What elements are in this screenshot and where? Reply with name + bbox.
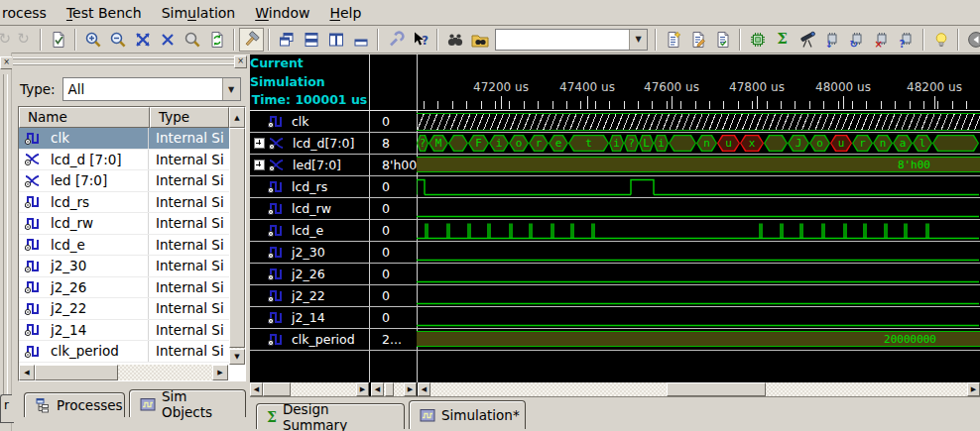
sim-object-row-lcd_rs[interactable]: lcd_rsInternal Si xyxy=(19,192,229,214)
binoculars-icon[interactable] xyxy=(442,28,467,52)
wave-plot[interactable] xyxy=(417,111,980,132)
waveform-row-j2_14[interactable]: j2_140 xyxy=(250,307,980,329)
scrollbar-thumb[interactable] xyxy=(229,128,245,348)
search-combobox-value[interactable] xyxy=(496,30,629,50)
wave-plot[interactable] xyxy=(417,242,980,263)
waveform-row-lcd_e[interactable]: lcd_e0 xyxy=(250,220,980,242)
scroll-up-icon[interactable]: ▲ xyxy=(229,107,245,128)
cascade-windows-icon[interactable] xyxy=(274,28,299,52)
close-icon[interactable]: × xyxy=(234,55,247,68)
vertical-scrollbar[interactable]: ▼ xyxy=(229,128,245,365)
refresh-document-icon[interactable] xyxy=(204,28,229,52)
scrollbar-thumb[interactable] xyxy=(35,365,118,380)
zoom-full-x-icon[interactable] xyxy=(130,28,155,52)
sim-object-row-lcd_rw[interactable]: lcd_rwInternal Si xyxy=(19,213,229,235)
search-combobox[interactable]: ▼ xyxy=(495,29,648,51)
tab-processes[interactable]: Processes xyxy=(24,392,125,417)
zoom-area-x-icon[interactable] xyxy=(155,28,180,52)
menu-item-test-bench[interactable]: Test Bench xyxy=(57,3,152,23)
waveform-row-clk_period[interactable]: clk_period2...20000000 xyxy=(250,329,980,351)
check-document-icon[interactable] xyxy=(46,28,70,52)
menu-item-help[interactable]: Help xyxy=(319,3,371,23)
sim-object-row-lcd_d70[interactable]: lcd_d [7:0]Internal Si xyxy=(19,150,229,171)
scroll-right-icon[interactable]: ▶ xyxy=(404,382,417,396)
help-pointer-icon[interactable]: ? xyxy=(408,28,432,52)
chip-question-icon[interactable]: ? xyxy=(894,28,919,52)
horizontal-scrollbar[interactable]: ◀▶ xyxy=(19,365,228,380)
wave-plot[interactable]: 20000000 xyxy=(417,329,980,350)
type-dropdown[interactable]: All ▼ xyxy=(62,77,241,101)
sim-object-row-j2_22[interactable]: j2_22Internal Si xyxy=(19,298,229,320)
scrollbar-thumb[interactable] xyxy=(263,382,291,396)
tab-design-summary[interactable]: ΣDesign Summary xyxy=(256,403,405,429)
circular-arrow-icon[interactable]: ↻ xyxy=(11,28,36,52)
sim-object-row-clk[interactable]: clkInternal Si xyxy=(19,128,229,150)
sim-object-row-clk_period[interactable]: clk_periodInternal Si xyxy=(19,341,229,363)
menu-item-rocess[interactable]: rocess xyxy=(0,3,57,23)
scroll-right-icon[interactable]: ▶ xyxy=(212,365,228,380)
wrench-icon[interactable] xyxy=(383,28,408,52)
tab-sim-objects[interactable]: Sim Objects xyxy=(129,389,246,417)
magnifier-gray-icon[interactable] xyxy=(180,28,204,52)
sim-object-row-j2_30[interactable]: j2_30Internal Si xyxy=(19,256,229,277)
new-document-icon[interactable] xyxy=(661,28,685,52)
chevron-down-icon[interactable]: ▼ xyxy=(222,78,240,100)
view-document-icon[interactable] xyxy=(710,28,735,52)
panel-grip[interactable] xyxy=(13,55,245,66)
hammer-icon[interactable] xyxy=(239,28,264,52)
scroll-left-icon[interactable]: ◀ xyxy=(19,365,35,380)
tab-simulation-[interactable]: Simulation* xyxy=(409,400,526,429)
waveform-row-lcd_rw[interactable]: lcd_rw0 xyxy=(250,198,980,220)
arrange-window-icon[interactable] xyxy=(348,28,373,52)
zoom-in-icon[interactable] xyxy=(80,28,105,52)
wave-plot[interactable] xyxy=(417,176,980,197)
sim-object-row-j2_26[interactable]: j2_26Internal Si xyxy=(19,277,229,299)
wave-plot[interactable] xyxy=(417,198,980,219)
waveform-row-j2_22[interactable]: j2_220 xyxy=(250,285,980,307)
column-header-name[interactable]: Name xyxy=(19,107,150,128)
scroll-right-icon[interactable]: ▶ xyxy=(356,382,369,396)
zoom-out-icon[interactable] xyxy=(105,28,130,52)
wave-plot[interactable] xyxy=(417,264,980,284)
scroll-right-icon[interactable]: ▶ xyxy=(967,382,980,396)
sim-object-row-lcd_e[interactable]: lcd_eInternal Si xyxy=(19,235,229,257)
waveform-row-clk[interactable]: clk0 xyxy=(250,111,980,133)
tile-horizontal-icon[interactable] xyxy=(299,28,323,52)
waveform-row-led70[interactable]: led[7:0]8'h008'h00 xyxy=(250,155,980,176)
circular-arrow-icon[interactable]: ↻ xyxy=(0,28,11,52)
tile-vertical-icon[interactable] xyxy=(323,28,348,52)
menu-item-simulation[interactable]: Simulation xyxy=(152,3,246,23)
waveform-row-lcd_rs[interactable]: lcd_rs0 xyxy=(250,176,980,198)
scroll-left-icon[interactable]: ◀ xyxy=(371,382,384,396)
scroll-left-icon[interactable]: ◀ xyxy=(418,382,430,396)
scroll-down-icon[interactable]: ▼ xyxy=(229,349,245,365)
waveform-row-j2_30[interactable]: j2_300 xyxy=(250,242,980,264)
wave-plot[interactable] xyxy=(417,220,980,241)
wave-plot[interactable] xyxy=(417,285,980,306)
wave-plot[interactable]: ?MFioreti?LinuxJournal xyxy=(417,133,980,154)
binoculars-folder-icon[interactable] xyxy=(467,28,492,52)
lightbulb-icon[interactable] xyxy=(928,28,953,52)
chip-x-icon[interactable]: × xyxy=(869,28,894,52)
chip-down-arrow-icon[interactable]: ↓ xyxy=(819,28,844,52)
scrollbar-thumb[interactable] xyxy=(667,382,766,396)
telescope-icon[interactable] xyxy=(795,28,819,52)
chevron-down-icon[interactable]: ▼ xyxy=(629,30,647,50)
waveform-row-lcd_d70[interactable]: lcd_d[7:0]8?MFioreti?LinuxJournal xyxy=(250,133,980,155)
scroll-left-icon[interactable]: ◀ xyxy=(250,382,263,396)
waveform-row-j2_26[interactable]: j2_260 xyxy=(250,264,980,285)
wave-plot[interactable]: 8'h00 xyxy=(417,155,980,175)
expand-plus-icon[interactable] xyxy=(254,138,265,149)
column-header-type[interactable]: Type xyxy=(150,107,229,128)
edit-document-icon[interactable] xyxy=(685,28,710,52)
back-circle-icon[interactable] xyxy=(963,28,980,52)
sim-object-row-led70[interactable]: led [7:0]Internal Si xyxy=(19,170,229,192)
menu-item-window[interactable]: Window xyxy=(245,3,319,23)
chip-refresh-icon[interactable]: ↻ xyxy=(844,28,869,52)
expand-plus-icon[interactable] xyxy=(254,160,265,170)
sigma-icon[interactable]: Σ xyxy=(770,28,795,52)
wave-plot[interactable] xyxy=(417,307,980,328)
chip-green-icon[interactable] xyxy=(745,28,770,52)
sim-object-row-j2_14[interactable]: j2_14Internal Si xyxy=(19,320,229,342)
scrollbar-thumb[interactable] xyxy=(385,382,394,396)
